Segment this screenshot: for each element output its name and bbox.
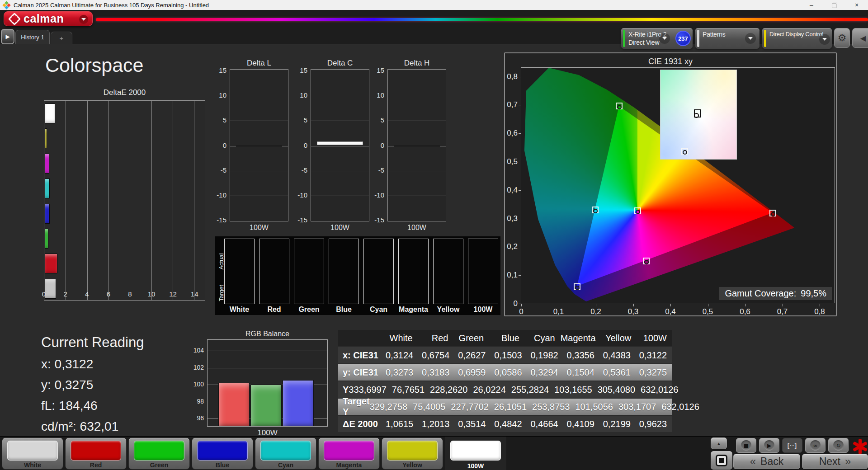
cie-marker-red	[769, 210, 776, 216]
range-button[interactable]: [··]	[782, 438, 802, 453]
deltae-bar-cyan	[45, 179, 50, 198]
settings-button[interactable]: ⚙	[834, 28, 850, 48]
deltae-bar-blue	[45, 204, 50, 224]
delta-l-chart: Delta L151050-5-10-15100W	[209, 59, 288, 235]
green-swatch	[134, 441, 184, 461]
gamut-coverage: Gamut Coverage: 99,5%	[719, 287, 832, 300]
actual-row-label: Actual	[218, 246, 225, 277]
table-cell: 0,4664	[528, 419, 564, 429]
pattern-button-100w[interactable]: 100W	[445, 437, 506, 470]
data-table: WhiteRedGreenBlueCyanMagentaYellow100Wx:…	[338, 330, 672, 432]
cie-marker-blue	[574, 283, 580, 290]
swatch-yellow	[433, 239, 463, 304]
delta-c-title: Delta C	[311, 59, 369, 68]
table-cell: 255,2824	[511, 385, 554, 395]
stop-button[interactable]: ■	[736, 438, 756, 453]
white-point-marker	[694, 109, 701, 118]
calman-menu-button[interactable]: calman	[4, 11, 93, 26]
swatch-column-green: Green	[294, 239, 324, 315]
swatch-column-blue: Blue	[329, 239, 359, 315]
rgb-bar-blue	[283, 380, 314, 426]
pattern-window-button[interactable]	[711, 451, 732, 470]
pattern-button-cyan[interactable]: Cyan	[255, 437, 316, 470]
reading-y: y: 0,3275	[41, 378, 144, 392]
loop-button[interactable]: ∞	[805, 438, 826, 453]
table-header-cell: Green	[453, 333, 489, 343]
pattern-button-label: Green	[129, 461, 189, 469]
pattern-button-red[interactable]: Red	[65, 437, 127, 470]
table-cell: 0,3273	[382, 367, 419, 378]
delta-c-chart: Delta C151050-5-10-15100W	[290, 59, 369, 235]
table-header-cell: White	[382, 333, 418, 343]
delta-l-plot	[230, 69, 288, 221]
swatch-label: Green	[294, 304, 324, 315]
page-title: Colorspace	[45, 54, 144, 76]
collapse-panel-button[interactable]: ◀	[852, 28, 868, 48]
add-tab-button[interactable]: +	[51, 32, 72, 44]
table-cell: 253,8753	[532, 402, 575, 412]
delta-l-xlabel: 100W	[230, 224, 288, 232]
tab-history-1[interactable]: History 1	[15, 30, 50, 44]
swatch-label: Red	[259, 304, 289, 315]
refresh-button[interactable]: ↻	[828, 438, 849, 453]
rgb-balance-chart: RGB Balance 100W 1041021009896	[183, 330, 332, 443]
next-button[interactable]: Next »	[802, 454, 868, 469]
restore-button[interactable]	[823, 0, 845, 10]
rgb-balance-title: RGB Balance	[207, 330, 328, 338]
table-cell: 0,1503	[491, 350, 527, 361]
swatch-column-white: White	[224, 239, 255, 315]
meter-count-badge[interactable]: 237	[675, 31, 691, 46]
license-asterisk-icon	[852, 437, 868, 456]
pattern-button-white[interactable]: White	[2, 437, 63, 470]
table-cell: 227,7702	[451, 402, 494, 412]
reading-x: x: 0,3122	[41, 357, 144, 371]
delta-h-xlabel: 100W	[387, 224, 446, 232]
swatch-label: 100W	[468, 304, 498, 315]
window-title: Calman 2025 Calman Ultimate for Business…	[14, 2, 209, 9]
table-cell: 329,2758	[370, 402, 413, 412]
play-button[interactable]: ▶	[759, 438, 779, 453]
swatch-blue	[329, 239, 359, 304]
display-control-dropdown[interactable]: Direct Display Control	[762, 28, 832, 49]
swatch-magenta	[398, 239, 429, 304]
table-cell: 1,0615	[382, 419, 419, 429]
cie-marker-magenta	[643, 258, 650, 264]
current-reading-title: Current Reading	[41, 334, 144, 351]
table-cell: 0,0586	[491, 367, 527, 378]
pattern-button-yellow[interactable]: Yellow	[382, 437, 443, 470]
deltae2000-title: DeltaE 2000	[44, 88, 205, 97]
patterns-dropdown[interactable]: Patterns	[695, 28, 760, 49]
close-button[interactable]: ×	[845, 0, 868, 10]
double-chevron-right-icon: »	[845, 455, 851, 468]
pattern-button-blue[interactable]: Blue	[192, 437, 253, 470]
table-row: Y333,699776,7651228,262026,0224255,28241…	[338, 381, 672, 398]
deltae-bar-red	[45, 254, 57, 273]
table-cell: 0,3122	[636, 350, 672, 361]
chevron-down-icon	[659, 33, 670, 44]
table-cell: 26,1051	[494, 402, 532, 412]
pattern-button-green[interactable]: Green	[128, 437, 190, 470]
pattern-button-label: Red	[66, 461, 126, 469]
table-header-cell: 100W	[637, 333, 672, 343]
reading-fl: fL: 184,46	[41, 399, 144, 413]
row-label: Y	[338, 385, 349, 395]
tab-scroll-button[interactable]: ▶	[1, 29, 14, 44]
meter-dropdown[interactable]: X-Rite i1Pro 2 Direct View 237	[621, 28, 693, 49]
calman-menu-chevron	[79, 15, 88, 24]
delta-l-title: Delta L	[230, 59, 288, 68]
table-header-cell: Cyan	[525, 333, 561, 343]
table-cell: 0,3124	[382, 350, 419, 361]
chevron-down-icon	[819, 34, 830, 45]
table-cell: 101,5056	[576, 402, 618, 412]
rgb-plot	[207, 339, 328, 427]
cie-marker-green	[616, 103, 623, 109]
cie-marker-yellow	[681, 148, 688, 155]
back-button[interactable]: « Back	[733, 454, 800, 469]
delta-lch: Delta L151050-5-10-15100WDelta C151050-5…	[209, 59, 449, 235]
pattern-button-magenta[interactable]: Magenta	[318, 437, 380, 470]
minimize-button[interactable]: –	[800, 0, 823, 10]
collapse-bar-button[interactable]: ▲	[711, 437, 727, 449]
table-cell: 0,2627	[455, 350, 491, 361]
reading-cdm2: cd/m²: 632,01	[41, 419, 144, 434]
table-cell: 0,5361	[600, 367, 636, 378]
